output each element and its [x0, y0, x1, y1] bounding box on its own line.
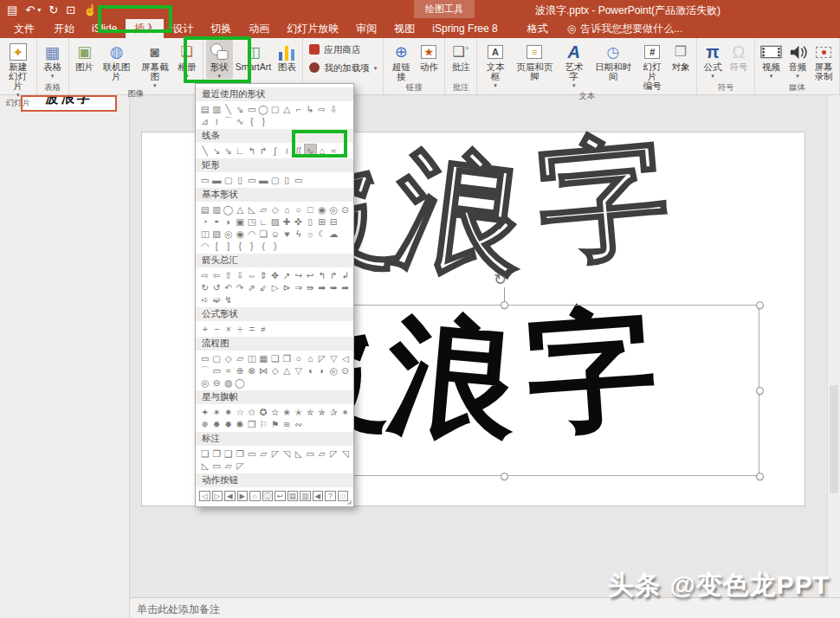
- online-picture-button[interactable]: ◍联机图片: [98, 40, 136, 81]
- shape-icon[interactable]: }: [258, 115, 270, 127]
- shape-icon[interactable]: ⇩: [235, 269, 247, 281]
- tab-file[interactable]: 文件: [3, 19, 45, 38]
- undo-dropdown-icon[interactable]: ▾: [37, 6, 41, 14]
- shape-icon[interactable]: ⊙: [339, 364, 352, 377]
- shape-icon[interactable]: ▱: [258, 203, 270, 216]
- shape-icon[interactable]: ∾: [293, 418, 305, 430]
- shape-icon[interactable]: ❏: [269, 352, 281, 364]
- shape-icon[interactable]: ÷: [235, 323, 247, 335]
- shape-icon[interactable]: ◎: [328, 203, 340, 216]
- shape-icon[interactable]: ⇔: [246, 269, 258, 281]
- shape-icon[interactable]: ▥: [211, 203, 223, 216]
- shape-icon[interactable]: ◁: [199, 491, 210, 502]
- shape-icon[interactable]: ╲: [199, 145, 211, 157]
- shape-icon[interactable]: ▭: [293, 174, 305, 186]
- shape-icon[interactable]: ▯: [281, 174, 294, 186]
- shape-icon[interactable]: ◺: [293, 447, 305, 460]
- shape-icon[interactable]: ✷: [223, 406, 235, 418]
- shape-icon[interactable]: ✯: [316, 406, 328, 418]
- shape-icon[interactable]: ➥: [328, 281, 340, 293]
- screen-record-button[interactable]: 屏幕 录制: [811, 40, 837, 81]
- shape-icon[interactable]: ▷: [269, 281, 281, 293]
- shape-icon[interactable]: ↗: [281, 269, 294, 281]
- shape-icon[interactable]: ◹: [281, 447, 294, 460]
- shape-icon[interactable]: ⊖: [211, 377, 223, 389]
- shape-icon[interactable]: ⌂: [316, 145, 328, 157]
- shape-icon[interactable]: ▯: [305, 216, 317, 228]
- shape-icon[interactable]: ❑: [223, 447, 235, 460]
- shape-icon[interactable]: ✚: [281, 216, 294, 228]
- shape-icon[interactable]: ◠: [246, 228, 258, 240]
- date-time-button[interactable]: ◷日期和时间: [589, 40, 636, 81]
- album-button[interactable]: ❏相册▾: [174, 40, 200, 79]
- shape-icon[interactable]: ✦: [199, 406, 211, 418]
- text-box-button[interactable]: A文本框▾: [480, 40, 510, 88]
- shape-icon[interactable]: ▤: [199, 103, 211, 115]
- shape-icon[interactable]: ☼: [305, 228, 317, 240]
- shape-icon[interactable]: ◇: [269, 203, 281, 216]
- shape-icon[interactable]: ↯: [223, 293, 235, 306]
- shape-icon[interactable]: ⇘: [235, 103, 247, 115]
- shape-icon[interactable]: [: [211, 240, 223, 252]
- shape-icon[interactable]: ✵: [199, 418, 211, 430]
- shape-icon[interactable]: ⌐: [293, 103, 305, 115]
- shape-icon[interactable]: ▭: [305, 447, 317, 460]
- shape-icon[interactable]: ▱: [223, 460, 235, 472]
- shape-icon[interactable]: ×: [223, 323, 235, 335]
- shape-icon[interactable]: ∟: [235, 145, 247, 157]
- shape-icon[interactable]: ➪: [199, 293, 211, 306]
- shape-icon[interactable]: ≠: [258, 323, 270, 335]
- shape-icon[interactable]: ▭: [246, 103, 258, 115]
- menu-resize-grip[interactable]: ◢: [347, 499, 352, 505]
- shape-icon[interactable]: ?: [325, 491, 336, 502]
- shape-icon[interactable]: ◖: [305, 364, 317, 377]
- shape-icon[interactable]: ✺: [235, 418, 247, 430]
- shape-icon[interactable]: ≈: [328, 145, 340, 157]
- shape-icon[interactable]: ◯: [258, 103, 270, 115]
- tab-transitions[interactable]: 切换: [202, 19, 240, 38]
- shape-icon[interactable]: ▱: [316, 447, 328, 460]
- shape-icon[interactable]: ◎: [328, 364, 340, 377]
- shape-icon[interactable]: ❏: [199, 447, 211, 460]
- tab-home[interactable]: 开始: [45, 19, 83, 38]
- shape-icon[interactable]: {: [235, 240, 247, 252]
- header-footer-button[interactable]: ≡页眉和页脚: [511, 40, 559, 81]
- shape-icon[interactable]: ▶: [237, 491, 249, 502]
- shape-icon[interactable]: ⊙: [339, 203, 352, 216]
- shape-icon[interactable]: ☺: [269, 228, 281, 240]
- shape-icon[interactable]: ➫: [211, 293, 223, 306]
- shape-icon[interactable]: ◺: [246, 203, 258, 216]
- shape-icon[interactable]: ϟ: [293, 228, 305, 240]
- shape-icon[interactable]: ⌒: [223, 115, 235, 127]
- shape-icon[interactable]: ▥: [300, 491, 311, 502]
- shape-icon[interactable]: △: [281, 364, 294, 377]
- shape-icon[interactable]: ⇧: [223, 269, 235, 281]
- shape-icon[interactable]: +: [199, 323, 211, 335]
- shape-icon[interactable]: ▢: [211, 352, 223, 364]
- action-button[interactable]: ★动作: [416, 40, 442, 72]
- shape-icon[interactable]: ○: [293, 203, 305, 216]
- shape-icon[interactable]: ◓: [211, 216, 223, 228]
- shape-icon[interactable]: ✬: [281, 406, 294, 418]
- shape-icon[interactable]: ): [269, 240, 281, 252]
- shape-icon[interactable]: ↶: [223, 281, 235, 293]
- selection-handle[interactable]: [501, 301, 508, 309]
- shape-icon[interactable]: ⚑: [269, 418, 281, 430]
- tab-format[interactable]: 格式: [519, 19, 557, 38]
- shape-icon[interactable]: ♥: [281, 228, 294, 240]
- shape-icon[interactable]: ✹: [223, 418, 235, 430]
- tab-design[interactable]: 设计: [164, 19, 202, 38]
- shape-icon[interactable]: ◍: [223, 377, 235, 389]
- shape-icon[interactable]: ↲: [339, 269, 352, 281]
- tab-islide[interactable]: iSlide: [83, 19, 126, 38]
- slideshow-icon[interactable]: ⊡: [66, 3, 75, 16]
- redo-icon[interactable]: ↻: [48, 3, 58, 16]
- shape-icon[interactable]: ▭: [211, 364, 223, 377]
- shape-icon[interactable]: ∟: [258, 216, 270, 228]
- shape-icon[interactable]: ↷: [235, 281, 247, 293]
- shape-icon[interactable]: ◇: [223, 352, 235, 364]
- shape-icon[interactable]: ≋: [281, 418, 294, 430]
- shape-icon[interactable]: △: [235, 203, 247, 216]
- shape-icon[interactable]: ❐: [211, 447, 223, 460]
- shape-icon[interactable]: ✩: [246, 406, 258, 418]
